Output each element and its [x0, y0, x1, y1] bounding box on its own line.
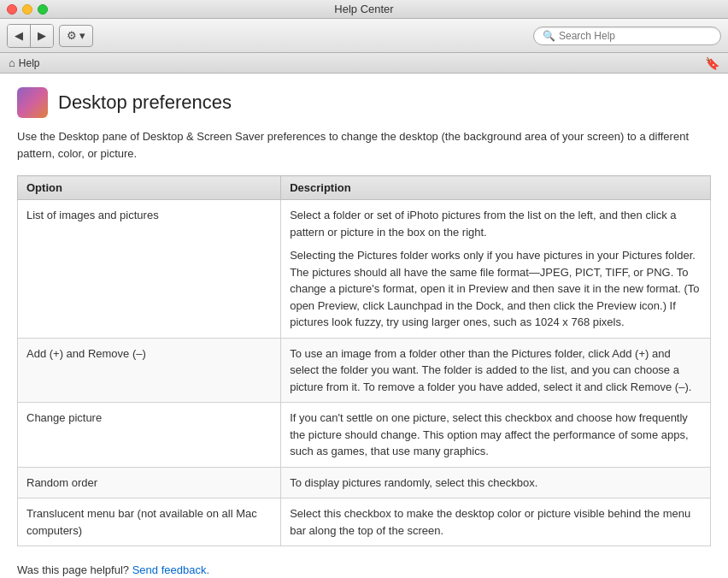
feedback-row: Was this page helpful? Send feedback. — [17, 563, 711, 576]
description-cell: If you can't settle on one picture, sele… — [281, 403, 711, 468]
chevron-down-icon: ▾ — [79, 29, 85, 42]
home-icon: ⌂ — [9, 56, 15, 69]
content-area: Desktop preferences Use the Desktop pane… — [0, 74, 728, 578]
action-menu-button[interactable]: ⚙ ▾ — [59, 25, 93, 47]
option-cell: Change picture — [18, 403, 281, 468]
gear-icon: ⚙ — [67, 29, 77, 42]
option-cell: Add (+) and Remove (–) — [18, 338, 281, 403]
search-bar[interactable]: 🔍 — [533, 27, 721, 45]
nav-button-group: ◀ ▶ — [7, 24, 54, 48]
table-row: Add (+) and Remove (–)To use an image fr… — [18, 338, 711, 403]
send-feedback-link[interactable]: Send feedback. — [132, 563, 209, 576]
col-header-option: Option — [18, 176, 281, 200]
page-description: Use the Desktop pane of Desktop & Screen… — [17, 128, 711, 162]
close-button[interactable] — [7, 4, 17, 15]
maximize-button[interactable] — [38, 4, 48, 15]
helpful-text: Was this page helpful? — [17, 563, 129, 576]
option-cell: Random order — [18, 467, 281, 498]
forward-button[interactable]: ▶ — [31, 25, 53, 47]
description-cell: To display pictures randomly, select thi… — [281, 467, 711, 498]
search-input[interactable] — [559, 30, 712, 42]
option-cell: List of images and pictures — [18, 200, 281, 339]
help-table: Option Description List of images and pi… — [17, 175, 711, 546]
toolbar: ◀ ▶ ⚙ ▾ 🔍 — [0, 19, 728, 53]
bookmark-icon[interactable]: 🔖 — [705, 56, 719, 70]
back-button[interactable]: ◀ — [8, 25, 31, 47]
table-row: Translucent menu bar (not available on a… — [18, 498, 711, 546]
page-title: Desktop preferences — [58, 91, 232, 114]
nav-bar: ⌂ Help 🔖 — [0, 53, 728, 74]
description-cell: To use an image from a folder other than… — [281, 338, 711, 403]
table-row: List of images and picturesSelect a fold… — [18, 200, 711, 339]
window-title: Help Center — [334, 3, 393, 15]
breadcrumb-label: Help — [19, 57, 40, 69]
description-cell: Select a folder or set of iPhoto picture… — [281, 200, 711, 339]
window-controls — [7, 4, 48, 15]
option-cell: Translucent menu bar (not available on a… — [18, 498, 281, 546]
app-icon — [17, 87, 48, 118]
table-row: Random orderTo display pictures randomly… — [18, 467, 711, 498]
page-header: Desktop preferences — [17, 87, 711, 118]
breadcrumb: ⌂ Help — [9, 56, 40, 69]
title-bar: Help Center — [0, 0, 728, 19]
col-header-description: Description — [281, 176, 711, 200]
table-row: Change pictureIf you can't settle on one… — [18, 403, 711, 468]
search-icon: 🔍 — [543, 30, 555, 42]
minimize-button[interactable] — [22, 4, 32, 15]
description-cell: Select this checkbox to make the desktop… — [281, 498, 711, 546]
